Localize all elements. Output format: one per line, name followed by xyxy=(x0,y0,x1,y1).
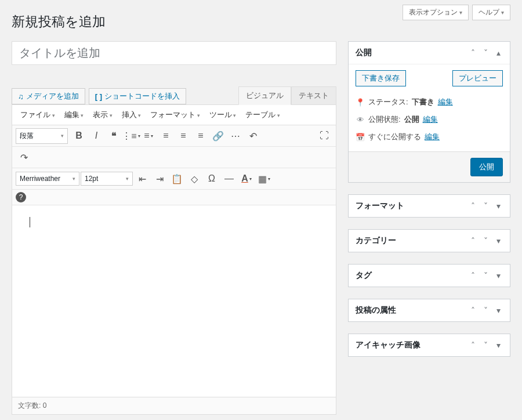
attributes-box: 投稿の属性 ˄˅▾ xyxy=(348,299,510,322)
menu-table[interactable]: テーブル xyxy=(242,107,284,122)
align-left-button[interactable]: ≡ xyxy=(158,128,174,144)
format-box: フォーマット ˄˅▾ xyxy=(348,194,510,218)
toolbar-row-4: ? xyxy=(12,190,336,205)
post-title-input[interactable] xyxy=(12,41,336,65)
format-select[interactable]: 段落 xyxy=(16,128,68,144)
move-down-icon[interactable]: ˅ xyxy=(481,201,490,211)
tags-box: タグ ˄˅▾ xyxy=(348,264,510,287)
blockquote-button[interactable]: ❝ xyxy=(106,128,122,144)
eye-icon: 👁 xyxy=(356,115,365,124)
more-button[interactable]: ⋯ xyxy=(227,128,244,144)
move-up-icon[interactable]: ˄ xyxy=(468,201,477,211)
publish-box: 公開 ˄ ˅ ▴ 下書き保存 プレビュー 📍 ステータス: xyxy=(348,41,510,183)
text-color-button[interactable]: A xyxy=(238,171,255,187)
editor-container: ファイル 編集 表示 挿入 フォーマット ツール テーブル 段落 B I ❝ ⋮… xyxy=(12,104,336,415)
text-cursor xyxy=(30,217,30,227)
menu-format[interactable]: フォーマット xyxy=(147,107,204,122)
bold-button[interactable]: B xyxy=(71,128,87,144)
indent-button[interactable]: ⇥ xyxy=(151,171,168,187)
toggle-icon[interactable]: ▴ xyxy=(494,48,503,57)
clear-format-button[interactable]: ◇ xyxy=(186,171,202,187)
fullscreen-button[interactable]: ⛶ xyxy=(316,128,332,144)
move-up-icon[interactable]: ˄ xyxy=(468,48,477,57)
toolbar-row-1: 段落 B I ❝ ⋮≡ ≡ ≡ ≡ ≡ 🔗 ⋯ ↶ ⛶ xyxy=(12,125,336,147)
toggle-icon[interactable]: ▾ xyxy=(494,236,503,245)
move-down-icon[interactable]: ˅ xyxy=(481,271,490,280)
move-up-icon[interactable]: ˄ xyxy=(468,236,477,245)
move-up-icon[interactable]: ˄ xyxy=(468,271,477,280)
paste-button[interactable]: 📋 xyxy=(169,171,185,187)
move-down-icon[interactable]: ˅ xyxy=(481,236,490,245)
add-media-button[interactable]: ♫ メディアを追加 xyxy=(12,88,85,104)
toolbar-row-3: Merriweather 12pt ⇤ ⇥ 📋 ◇ Ω ― A ▦ xyxy=(12,168,336,190)
publish-button[interactable]: 公開 xyxy=(470,158,503,176)
menu-view[interactable]: 表示 xyxy=(89,107,116,122)
align-center-button[interactable]: ≡ xyxy=(175,128,191,144)
italic-button[interactable]: I xyxy=(88,128,104,144)
menu-tools[interactable]: ツール xyxy=(206,107,240,122)
align-right-button[interactable]: ≡ xyxy=(193,128,209,144)
shortcode-icon: [ ] xyxy=(95,92,102,101)
toggle-icon[interactable]: ▾ xyxy=(494,271,503,280)
bullet-list-button[interactable]: ⋮≡ xyxy=(123,128,139,144)
toolbar-row-2: ↷ xyxy=(12,147,336,168)
undo-button[interactable]: ↶ xyxy=(245,128,261,144)
tags-box-header[interactable]: タグ ˄˅▾ xyxy=(349,265,510,287)
help-button[interactable]: ヘルプ xyxy=(472,5,510,20)
menu-edit[interactable]: 編集 xyxy=(61,107,88,122)
editor-statusbar: 文字数: 0 xyxy=(12,397,336,414)
edit-visibility-link[interactable]: 編集 xyxy=(423,114,438,125)
hr-button[interactable]: ― xyxy=(221,171,237,187)
tab-visual[interactable]: ビジュアル xyxy=(238,86,291,105)
link-button[interactable]: 🔗 xyxy=(210,128,226,144)
move-down-icon[interactable]: ˅ xyxy=(481,341,490,350)
insert-shortcode-button[interactable]: [ ] ショートコードを挿入 xyxy=(89,88,186,104)
outdent-button[interactable]: ⇤ xyxy=(134,171,150,187)
preview-button[interactable]: プレビュー xyxy=(452,70,503,86)
toggle-icon[interactable]: ▾ xyxy=(494,341,503,350)
media-icon: ♫ xyxy=(18,92,24,101)
attributes-box-header[interactable]: 投稿の属性 ˄˅▾ xyxy=(349,299,510,321)
redo-button[interactable]: ↷ xyxy=(16,149,32,165)
special-char-button[interactable]: Ω xyxy=(204,171,220,187)
move-down-icon[interactable]: ˅ xyxy=(481,306,490,315)
move-down-icon[interactable]: ˅ xyxy=(481,48,490,57)
pin-icon: 📍 xyxy=(356,98,365,107)
publish-box-header[interactable]: 公開 ˄ ˅ ▴ xyxy=(349,42,510,64)
edit-status-link[interactable]: 編集 xyxy=(438,97,453,107)
category-box-header[interactable]: カテゴリー ˄˅▾ xyxy=(349,230,510,252)
calendar-icon: 📅 xyxy=(356,133,365,142)
tab-text[interactable]: テキスト xyxy=(291,86,336,105)
help-icon-button[interactable]: ? xyxy=(16,192,26,202)
menu-insert[interactable]: 挿入 xyxy=(118,107,145,122)
font-size-select[interactable]: 12pt xyxy=(81,172,133,186)
featured-image-box-header[interactable]: アイキャッチ画像 ˄˅▾ xyxy=(349,334,510,356)
save-draft-button[interactable]: 下書き保存 xyxy=(356,70,406,86)
format-box-header[interactable]: フォーマット ˄˅▾ xyxy=(349,195,510,217)
move-up-icon[interactable]: ˄ xyxy=(468,341,477,350)
editor-body[interactable] xyxy=(12,205,336,397)
editor-menubar: ファイル 編集 表示 挿入 フォーマット ツール テーブル xyxy=(12,105,336,125)
category-box: カテゴリー ˄˅▾ xyxy=(348,229,510,252)
table-button[interactable]: ▦ xyxy=(256,171,272,187)
toggle-icon[interactable]: ▾ xyxy=(494,201,503,211)
move-up-icon[interactable]: ˄ xyxy=(468,306,477,315)
font-family-select[interactable]: Merriweather xyxy=(16,172,79,186)
number-list-button[interactable]: ≡ xyxy=(140,128,157,144)
edit-schedule-link[interactable]: 編集 xyxy=(425,132,440,142)
toggle-icon[interactable]: ▾ xyxy=(494,306,503,315)
screen-options-button[interactable]: 表示オプション xyxy=(403,5,469,20)
menu-file[interactable]: ファイル xyxy=(17,107,59,122)
featured-image-box: アイキャッチ画像 ˄˅▾ xyxy=(348,334,510,357)
